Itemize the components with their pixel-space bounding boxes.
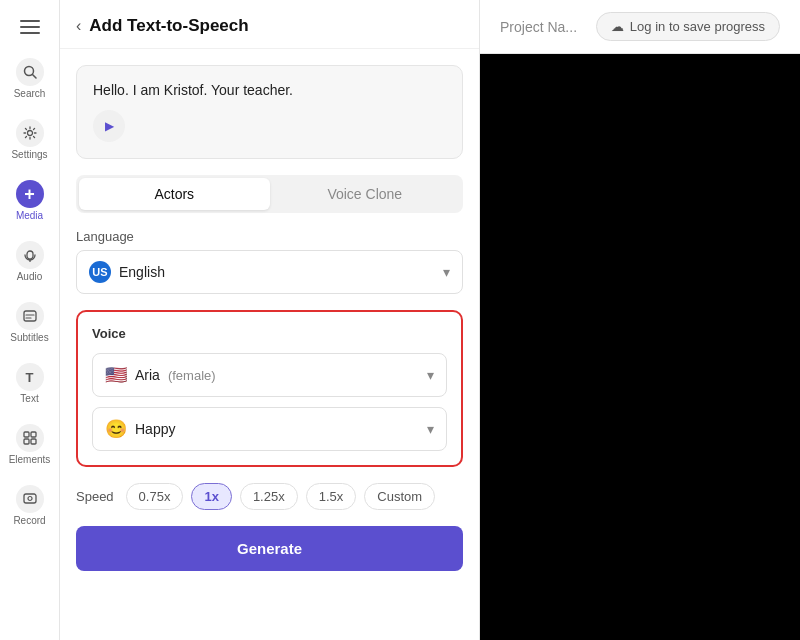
sidebar-item-media[interactable]: + Media	[0, 172, 59, 229]
speed-label: Speed	[76, 489, 114, 504]
sidebar-item-media-label: Media	[16, 210, 43, 221]
sidebar-item-subtitles[interactable]: Subtitles	[0, 294, 59, 351]
mood-dropdown-left: 😊 Happy	[105, 418, 175, 440]
sidebar-item-record[interactable]: Record	[0, 477, 59, 534]
tab-switcher: Actors Voice Clone	[76, 175, 463, 213]
sidebar-item-elements-label: Elements	[9, 454, 51, 465]
speed-1[interactable]: 1x	[191, 483, 231, 510]
audio-icon	[16, 241, 44, 269]
svg-rect-8	[24, 311, 36, 321]
sidebar-item-subtitles-label: Subtitles	[10, 332, 48, 343]
sidebar-item-search[interactable]: Search	[0, 50, 59, 107]
voice-type: (female)	[168, 368, 216, 383]
subtitles-icon	[16, 302, 44, 330]
back-button[interactable]: ‹	[76, 17, 81, 35]
voice-name: Aria	[135, 367, 160, 383]
panel-content: Hello. I am Kristof. Your teacher. ▶ Act…	[60, 49, 479, 587]
search-icon	[16, 58, 44, 86]
svg-rect-2	[20, 32, 40, 34]
speed-section: Speed 0.75x 1x 1.25x 1.5x Custom	[76, 483, 463, 510]
left-sidebar: Search Settings + Media Audio Subtitles …	[0, 0, 60, 640]
svg-point-5	[27, 131, 32, 136]
login-save-label: Log in to save progress	[630, 19, 765, 34]
us-flag: US	[89, 261, 111, 283]
record-icon	[16, 485, 44, 513]
voice-dropdown-left: 🇺🇸 Aria (female)	[105, 364, 216, 386]
tab-actors[interactable]: Actors	[79, 178, 270, 210]
top-bar: Project Na... ☁ Log in to save progress	[480, 0, 800, 54]
svg-rect-15	[24, 494, 36, 503]
svg-rect-1	[20, 26, 40, 28]
main-panel: ‹ Add Text-to-Speech Hello. I am Kristof…	[60, 0, 480, 640]
hamburger-menu[interactable]	[0, 12, 59, 46]
text-preview-content: Hello. I am Kristof. Your teacher.	[93, 82, 446, 98]
voice-section-label: Voice	[92, 326, 447, 341]
language-section: Language US English ▾	[76, 229, 463, 294]
generate-button[interactable]: Generate	[76, 526, 463, 571]
sidebar-item-audio[interactable]: Audio	[0, 233, 59, 290]
svg-rect-13	[24, 439, 29, 444]
speed-15[interactable]: 1.5x	[306, 483, 357, 510]
sidebar-item-audio-label: Audio	[17, 271, 43, 282]
sidebar-item-settings-label: Settings	[11, 149, 47, 160]
text-preview-box: Hello. I am Kristof. Your teacher. ▶	[76, 65, 463, 159]
language-dropdown-left: US English	[89, 261, 165, 283]
voice-chevron-icon: ▾	[427, 367, 434, 383]
page-title: Add Text-to-Speech	[89, 16, 248, 36]
speed-custom[interactable]: Custom	[364, 483, 435, 510]
speed-125[interactable]: 1.25x	[240, 483, 298, 510]
us-flag-emoji: 🇺🇸	[105, 364, 127, 386]
svg-rect-0	[20, 20, 40, 22]
right-panel: Project Na... ☁ Log in to save progress	[480, 0, 800, 640]
canvas-preview	[480, 54, 800, 640]
sidebar-item-search-label: Search	[14, 88, 46, 99]
svg-rect-11	[24, 432, 29, 437]
login-save-button[interactable]: ☁ Log in to save progress	[596, 12, 780, 41]
project-name: Project Na...	[500, 19, 577, 35]
svg-point-16	[28, 497, 32, 501]
sidebar-item-settings[interactable]: Settings	[0, 111, 59, 168]
svg-line-4	[32, 75, 36, 79]
sidebar-item-text-label: Text	[20, 393, 38, 404]
settings-icon	[16, 119, 44, 147]
text-icon: T	[16, 363, 44, 391]
language-dropdown[interactable]: US English ▾	[76, 250, 463, 294]
svg-rect-6	[27, 251, 33, 259]
tab-voice-clone[interactable]: Voice Clone	[270, 178, 461, 210]
language-section-label: Language	[76, 229, 463, 244]
sidebar-item-record-label: Record	[13, 515, 45, 526]
play-button[interactable]: ▶	[93, 110, 125, 142]
speed-075[interactable]: 0.75x	[126, 483, 184, 510]
sidebar-item-elements[interactable]: Elements	[0, 416, 59, 473]
language-chevron-icon: ▾	[443, 264, 450, 280]
media-icon: +	[16, 180, 44, 208]
mood-dropdown[interactable]: 😊 Happy ▾	[92, 407, 447, 451]
elements-icon	[16, 424, 44, 452]
voice-section: Voice 🇺🇸 Aria (female) ▾ 😊 Happy ▾	[76, 310, 463, 467]
svg-rect-14	[31, 439, 36, 444]
language-name: English	[119, 264, 165, 280]
mood-chevron-icon: ▾	[427, 421, 434, 437]
voice-dropdown[interactable]: 🇺🇸 Aria (female) ▾	[92, 353, 447, 397]
mood-label: Happy	[135, 421, 175, 437]
svg-rect-12	[31, 432, 36, 437]
mood-emoji-icon: 😊	[105, 418, 127, 440]
main-header: ‹ Add Text-to-Speech	[60, 0, 479, 49]
sidebar-item-text[interactable]: T Text	[0, 355, 59, 412]
cloud-icon: ☁	[611, 19, 624, 34]
